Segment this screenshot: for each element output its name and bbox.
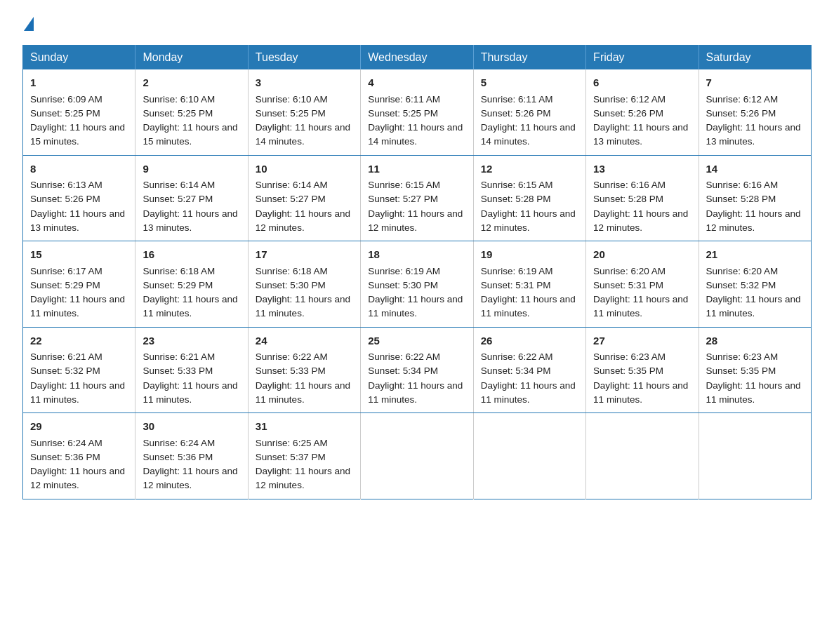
sunrise-text: Sunrise: 6:23 AM — [593, 351, 666, 362]
weekday-header-monday: Monday — [135, 46, 248, 70]
calendar-table: SundayMondayTuesdayWednesdayThursdayFrid… — [22, 45, 812, 499]
sunset-text: Sunset: 5:35 PM — [706, 365, 776, 376]
calendar-day-cell: 21Sunrise: 6:20 AMSunset: 5:32 PMDayligh… — [699, 241, 811, 328]
sunrise-text: Sunrise: 6:10 AM — [143, 94, 215, 105]
daylight-text: Daylight: 11 hours and 15 minutes. — [30, 122, 125, 147]
weekday-header-row: SundayMondayTuesdayWednesdayThursdayFrid… — [23, 46, 812, 70]
calendar-day-cell: 30Sunrise: 6:24 AMSunset: 5:36 PMDayligh… — [135, 413, 248, 499]
sunrise-text: Sunrise: 6:09 AM — [30, 94, 102, 105]
calendar-day-cell: 5Sunrise: 6:11 AMSunset: 5:26 PMDaylight… — [473, 69, 585, 155]
sunset-text: Sunset: 5:36 PM — [143, 452, 213, 462]
sunset-text: Sunset: 5:28 PM — [481, 194, 551, 204]
sunset-text: Sunset: 5:27 PM — [143, 194, 213, 204]
calendar-day-cell: 14Sunrise: 6:16 AMSunset: 5:28 PMDayligh… — [699, 155, 811, 241]
sunrise-text: Sunrise: 6:22 AM — [256, 351, 328, 362]
sunrise-text: Sunrise: 6:25 AM — [256, 438, 328, 448]
sunrise-text: Sunrise: 6:14 AM — [143, 180, 215, 190]
sunrise-text: Sunrise: 6:21 AM — [30, 351, 102, 362]
daylight-text: Daylight: 11 hours and 11 minutes. — [143, 380, 237, 405]
day-number: 10 — [256, 161, 353, 177]
daylight-text: Daylight: 11 hours and 11 minutes. — [256, 294, 350, 318]
sunset-text: Sunset: 5:27 PM — [368, 194, 438, 204]
calendar-day-cell: 31Sunrise: 6:25 AMSunset: 5:37 PMDayligh… — [248, 413, 360, 499]
daylight-text: Daylight: 11 hours and 11 minutes. — [368, 294, 463, 318]
sunset-text: Sunset: 5:25 PM — [143, 108, 213, 119]
sunset-text: Sunset: 5:29 PM — [143, 280, 213, 290]
calendar-day-cell: 18Sunrise: 6:19 AMSunset: 5:30 PMDayligh… — [361, 241, 473, 328]
calendar-empty-cell — [361, 413, 473, 499]
sunrise-text: Sunrise: 6:15 AM — [481, 180, 553, 190]
daylight-text: Daylight: 11 hours and 12 minutes. — [256, 208, 350, 233]
calendar-day-cell: 16Sunrise: 6:18 AMSunset: 5:29 PMDayligh… — [135, 241, 248, 328]
sunset-text: Sunset: 5:34 PM — [481, 365, 551, 376]
sunset-text: Sunset: 5:27 PM — [256, 194, 326, 204]
day-number: 28 — [706, 333, 804, 349]
calendar-empty-cell — [699, 413, 811, 499]
sunrise-text: Sunrise: 6:20 AM — [593, 266, 666, 276]
calendar-day-cell: 26Sunrise: 6:22 AMSunset: 5:34 PMDayligh… — [473, 327, 585, 413]
logo-triangle-icon — [24, 17, 34, 31]
daylight-text: Daylight: 11 hours and 12 minutes. — [481, 208, 576, 233]
sunrise-text: Sunrise: 6:19 AM — [368, 266, 440, 276]
calendar-day-cell: 27Sunrise: 6:23 AMSunset: 5:35 PMDayligh… — [586, 327, 699, 413]
sunset-text: Sunset: 5:25 PM — [368, 108, 438, 119]
calendar-day-cell: 7Sunrise: 6:12 AMSunset: 5:26 PMDaylight… — [699, 69, 811, 155]
day-number: 27 — [593, 333, 691, 349]
daylight-text: Daylight: 11 hours and 11 minutes. — [481, 294, 576, 318]
calendar-day-cell: 4Sunrise: 6:11 AMSunset: 5:25 PMDaylight… — [361, 69, 473, 155]
logo — [22, 17, 35, 32]
calendar-day-cell: 29Sunrise: 6:24 AMSunset: 5:36 PMDayligh… — [23, 413, 135, 499]
daylight-text: Daylight: 11 hours and 13 minutes. — [143, 208, 237, 233]
day-number: 3 — [256, 75, 353, 91]
daylight-text: Daylight: 11 hours and 12 minutes. — [256, 466, 350, 490]
sunset-text: Sunset: 5:26 PM — [481, 108, 551, 119]
sunrise-text: Sunrise: 6:12 AM — [593, 94, 666, 105]
day-number: 26 — [481, 333, 578, 349]
day-number: 13 — [593, 161, 691, 177]
day-number: 25 — [368, 333, 465, 349]
calendar-day-cell: 3Sunrise: 6:10 AMSunset: 5:25 PMDaylight… — [248, 69, 360, 155]
daylight-text: Daylight: 11 hours and 13 minutes. — [30, 208, 125, 233]
sunrise-text: Sunrise: 6:24 AM — [143, 438, 215, 448]
calendar-day-cell: 28Sunrise: 6:23 AMSunset: 5:35 PMDayligh… — [699, 327, 811, 413]
daylight-text: Daylight: 11 hours and 15 minutes. — [143, 122, 237, 147]
daylight-text: Daylight: 11 hours and 11 minutes. — [368, 380, 463, 405]
day-number: 6 — [593, 75, 691, 91]
sunrise-text: Sunrise: 6:17 AM — [30, 266, 102, 276]
daylight-text: Daylight: 11 hours and 12 minutes. — [368, 208, 463, 233]
sunrise-text: Sunrise: 6:12 AM — [706, 94, 779, 105]
daylight-text: Daylight: 11 hours and 11 minutes. — [256, 380, 350, 405]
daylight-text: Daylight: 11 hours and 11 minutes. — [481, 380, 576, 405]
weekday-header-thursday: Thursday — [473, 46, 585, 70]
calendar-day-cell: 1Sunrise: 6:09 AMSunset: 5:25 PMDaylight… — [23, 69, 135, 155]
day-number: 30 — [143, 419, 240, 435]
calendar-day-cell: 10Sunrise: 6:14 AMSunset: 5:27 PMDayligh… — [248, 155, 360, 241]
daylight-text: Daylight: 11 hours and 11 minutes. — [593, 294, 688, 318]
calendar-day-cell: 19Sunrise: 6:19 AMSunset: 5:31 PMDayligh… — [473, 241, 585, 328]
sunset-text: Sunset: 5:25 PM — [256, 108, 326, 119]
daylight-text: Daylight: 11 hours and 14 minutes. — [256, 122, 350, 147]
day-number: 9 — [143, 161, 240, 177]
day-number: 31 — [256, 419, 353, 435]
calendar-day-cell: 20Sunrise: 6:20 AMSunset: 5:31 PMDayligh… — [586, 241, 699, 328]
sunset-text: Sunset: 5:30 PM — [368, 280, 438, 290]
calendar-day-cell: 25Sunrise: 6:22 AMSunset: 5:34 PMDayligh… — [361, 327, 473, 413]
calendar-day-cell: 17Sunrise: 6:18 AMSunset: 5:30 PMDayligh… — [248, 241, 360, 328]
sunset-text: Sunset: 5:28 PM — [593, 194, 663, 204]
daylight-text: Daylight: 11 hours and 11 minutes. — [30, 380, 125, 405]
daylight-text: Daylight: 11 hours and 13 minutes. — [706, 122, 801, 147]
day-number: 23 — [143, 333, 240, 349]
day-number: 14 — [706, 161, 804, 177]
sunset-text: Sunset: 5:32 PM — [30, 365, 100, 376]
day-number: 12 — [481, 161, 578, 177]
sunset-text: Sunset: 5:31 PM — [481, 280, 551, 290]
sunset-text: Sunset: 5:26 PM — [706, 108, 776, 119]
daylight-text: Daylight: 11 hours and 12 minutes. — [706, 208, 801, 233]
weekday-header-saturday: Saturday — [699, 46, 811, 70]
daylight-text: Daylight: 11 hours and 11 minutes. — [30, 294, 125, 318]
sunrise-text: Sunrise: 6:19 AM — [481, 266, 553, 276]
daylight-text: Daylight: 11 hours and 12 minutes. — [30, 466, 125, 490]
weekday-header-tuesday: Tuesday — [248, 46, 360, 70]
sunrise-text: Sunrise: 6:15 AM — [368, 180, 440, 190]
daylight-text: Daylight: 11 hours and 11 minutes. — [706, 294, 801, 318]
